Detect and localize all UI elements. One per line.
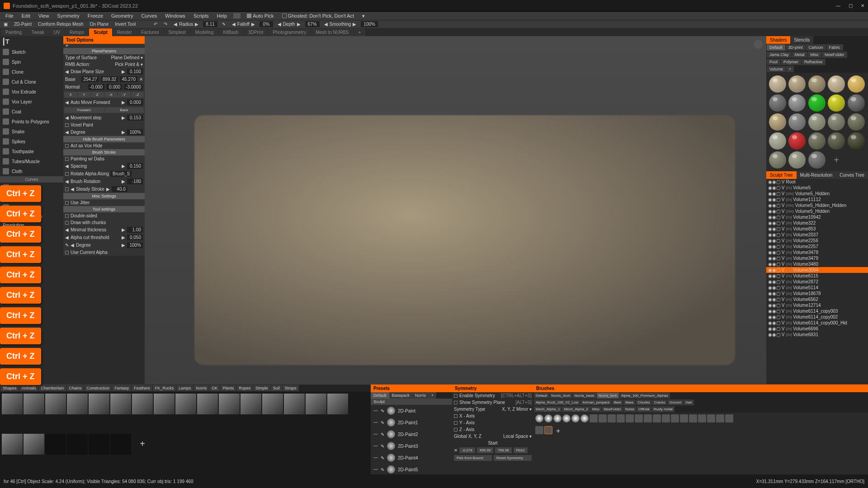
brush-cat[interactable]: FK_Rocks: [153, 385, 176, 391]
brush-cat[interactable]: Straps: [283, 385, 299, 391]
steady-value[interactable]: 40.0: [112, 186, 127, 192]
room-kitbash[interactable]: KitBash: [218, 28, 243, 36]
alpha-icon[interactable]: [535, 414, 543, 422]
degree-value[interactable]: 100%: [127, 129, 143, 135]
brush-cat[interactable]: Simple: [253, 385, 270, 391]
brush-thumb[interactable]: [197, 394, 218, 414]
room-3dprint[interactable]: 3DPrint: [244, 28, 268, 36]
brush-add-button[interactable]: +: [132, 434, 153, 455]
brush-cat[interactable]: Animals: [19, 385, 38, 391]
brush-cat[interactable]: Ropes: [236, 385, 253, 391]
depth-value[interactable]: 67%: [305, 21, 320, 27]
shader-ball[interactable]: [848, 132, 865, 150]
spacing-value[interactable]: 0.150: [127, 163, 143, 169]
enable-sym-checkbox[interactable]: [454, 394, 458, 398]
shader-ball[interactable]: [788, 151, 806, 169]
tool-mode[interactable]: 2D-Paint: [12, 21, 33, 28]
shader-ball[interactable]: [769, 132, 786, 150]
brush-thumb[interactable]: [262, 394, 283, 414]
tool-cloth[interactable]: Cloth: [0, 166, 63, 176]
tree-item[interactable]: ◉◉▢ V[2x]Volume6114_copy002: [766, 314, 868, 320]
tree-item[interactable]: ◉◉▢ V[2x]Volume3480: [766, 261, 868, 267]
preset-add-icon[interactable]: +: [429, 392, 436, 399]
menu-view[interactable]: View: [35, 12, 53, 19]
shader-ball[interactable]: [788, 113, 806, 131]
shader-cat-misc[interactable]: Misc: [808, 52, 822, 58]
shader-cat-fabric[interactable]: Fabric: [826, 44, 843, 51]
brush-cat[interactable]: Chains: [67, 385, 84, 391]
room-retopo[interactable]: Retopo: [65, 28, 89, 36]
shader-ball[interactable]: [828, 132, 845, 150]
shader-cat-default[interactable]: Default: [767, 44, 785, 51]
tree-item[interactable]: ◉◉▢ V[2x]Volume12714: [766, 302, 868, 308]
alpha-tab[interactable]: Norris_tech: [597, 393, 619, 399]
conform-checkbox[interactable]: Conform Retopo Mesh: [36, 21, 85, 28]
sym-y-value[interactable]: 459.39: [477, 447, 493, 453]
shader-ball[interactable]: [808, 94, 826, 112]
alpha-tab[interactable]: Rusty metal: [652, 406, 675, 412]
tool-mode-icon[interactable]: ▣: [2, 21, 9, 28]
alpha-icon[interactable]: [698, 414, 706, 422]
alpha-icon[interactable]: [599, 414, 607, 422]
shader-ball[interactable]: [808, 151, 826, 169]
alpha-icon[interactable]: [553, 414, 561, 422]
tree-item[interactable]: ◉◉▢ V[2x]Volume2256: [766, 238, 868, 244]
shader-cat-polymer[interactable]: Polymer: [781, 59, 801, 65]
tool-pointspoly[interactable]: Points to Polygons: [0, 117, 63, 127]
alpha-icon[interactable]: [590, 414, 598, 422]
tree-item[interactable]: ◉◉▢ V[2x]Volume6115: [766, 273, 868, 279]
brush-cat[interactable]: OK: [209, 385, 220, 391]
brush-thumb[interactable]: [89, 434, 109, 455]
menu-freeze[interactable]: Freeze: [84, 12, 107, 19]
shader-ball[interactable]: [808, 132, 826, 150]
alpha-icon[interactable]: [608, 414, 616, 422]
shader-add-button[interactable]: +: [828, 151, 845, 169]
tree-item[interactable]: ◉◉▢ V[2x]Volume18678: [766, 291, 868, 296]
brush-cat[interactable]: Shapes: [0, 385, 19, 391]
preset-item[interactable]: 〰✎2D-Paint5: [371, 464, 452, 475]
menu-geometry[interactable]: Geometry: [108, 12, 137, 19]
shader-ball[interactable]: [769, 113, 786, 131]
room-nurbs[interactable]: Mesh to NURBS: [311, 28, 353, 36]
tree-item[interactable]: ◉◉▢ V[2x]Volume853: [766, 226, 868, 232]
redo-icon[interactable]: ↷: [162, 21, 169, 28]
room-modeling[interactable]: Modeling: [191, 28, 218, 36]
alpha-icon[interactable]: [725, 414, 733, 422]
alpha-tab[interactable]: Base: [623, 399, 635, 405]
brush-thumb[interactable]: [24, 394, 44, 414]
falloff-value[interactable]: 0%: [259, 21, 273, 27]
pen-icon[interactable]: ✎: [220, 21, 227, 28]
usecurrent-checkbox[interactable]: [65, 251, 69, 254]
shader-ball[interactable]: [769, 75, 786, 93]
shader-ball[interactable]: [788, 132, 806, 150]
tree-root[interactable]: ◉◉▢ VRoot: [766, 179, 868, 185]
menu-more-icon[interactable]: ▾: [359, 12, 368, 20]
room-render[interactable]: Render: [113, 28, 137, 36]
invert-checkbox[interactable]: Invert Tool: [113, 21, 137, 28]
brush-thumb[interactable]: [45, 434, 66, 455]
minimize-button[interactable]: —: [836, 3, 840, 8]
preset-tab-basepack[interactable]: Basepack: [389, 392, 413, 399]
alpha-tab[interactable]: Hair: [684, 399, 694, 405]
alpha-tab[interactable]: Norris_Arch: [549, 393, 572, 399]
alphacut-value[interactable]: 0.050: [127, 235, 143, 240]
brush-cat[interactable]: Chamberlain: [39, 385, 66, 391]
shader-ball[interactable]: [769, 94, 786, 112]
preset-item[interactable]: 〰✎2D-Paint: [371, 405, 452, 417]
doublesided-checkbox[interactable]: [65, 214, 69, 218]
brush-thumb[interactable]: [327, 394, 348, 414]
axis-negy-button[interactable]: -Y: [118, 92, 131, 98]
tool-voxlayer[interactable]: Vox Layer: [0, 97, 63, 107]
sym-z-value[interactable]: 758.98: [495, 447, 511, 453]
showplane-checkbox[interactable]: [454, 401, 458, 404]
alpha-icon[interactable]: [653, 414, 661, 422]
alpha-tab[interactable]: Chunks: [636, 399, 651, 405]
alpha-icon[interactable]: [617, 414, 625, 422]
alpha-tab[interactable]: Mech_Alpha_1: [534, 406, 561, 412]
brush-thumb[interactable]: [219, 394, 240, 414]
tool-spin[interactable]: Spin: [0, 57, 63, 67]
rotalpha-checkbox[interactable]: [65, 172, 69, 176]
forward-button[interactable]: Forward: [64, 107, 104, 113]
tree-item[interactable]: ◉◉▢ V[2x]Volume2872: [766, 279, 868, 285]
sym-x-value[interactable]: -0.279: [459, 447, 475, 453]
